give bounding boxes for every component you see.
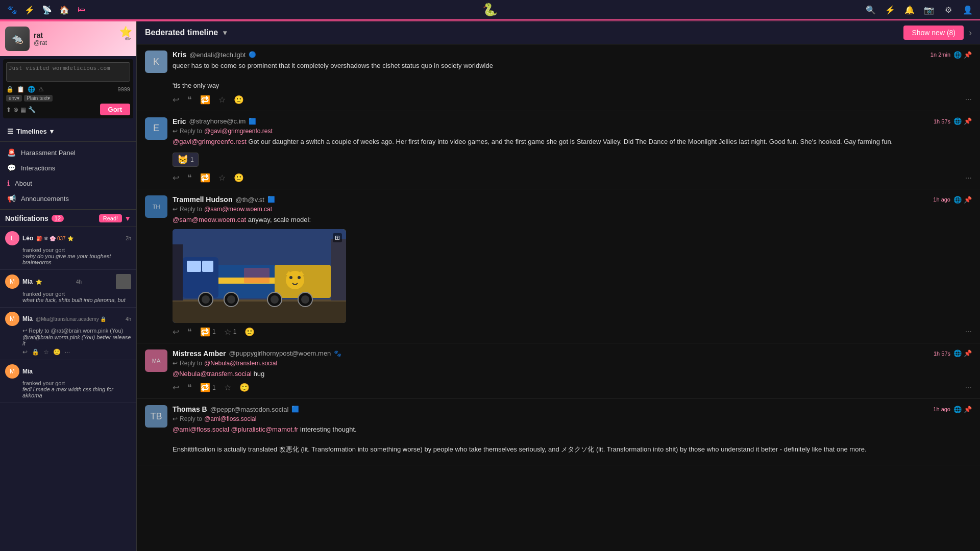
more-action[interactable]: ···: [965, 327, 972, 336]
post-avatar[interactable]: E: [145, 117, 167, 140]
cw-icon[interactable]: ⚠: [38, 86, 44, 93]
image-expand-icon[interactable]: ⊞: [333, 233, 342, 242]
more-small-icon[interactable]: ···: [65, 348, 70, 356]
notification-item[interactable]: M Mia @Mia@translunar.academy 🔒 4h ↩ Rep…: [0, 308, 136, 360]
post-avatar[interactable]: TB: [145, 405, 167, 428]
globe-post-icon[interactable]: 🌐: [953, 117, 962, 125]
star-action[interactable]: ☆: [218, 173, 226, 183]
read-button[interactable]: Read!: [99, 214, 122, 222]
pin-post-icon[interactable]: 📌: [964, 349, 972, 357]
reply-action[interactable]: ↩: [173, 327, 179, 337]
lock-small-icon[interactable]: 🔒: [32, 348, 39, 356]
copy-icon[interactable]: 📋: [17, 86, 24, 93]
more-action[interactable]: ···: [965, 173, 972, 183]
globe-post-icon[interactable]: 🌐: [953, 349, 962, 357]
sidebar-item-announcements[interactable]: 📢 Announcements: [0, 191, 136, 206]
more-action[interactable]: ···: [965, 383, 972, 392]
timelines-header[interactable]: ☰ Timelines ▾: [0, 124, 136, 138]
emoji-action[interactable]: 🙂: [239, 383, 250, 392]
post-avatar[interactable]: K: [145, 51, 167, 73]
house-icon[interactable]: 🏠: [58, 4, 70, 16]
profile-icon[interactable]: 👤: [962, 4, 974, 16]
timeline-title[interactable]: Bederated timeline ▾: [145, 28, 227, 37]
sidebar-item-interactions[interactable]: 💬 Interactions: [0, 160, 136, 176]
pin-post-icon[interactable]: 📌: [964, 117, 972, 125]
reply-to-link[interactable]: @ami@floss.social: [204, 415, 256, 422]
reply-action[interactable]: ↩: [173, 383, 179, 392]
avatar[interactable]: 🐀: [5, 27, 30, 51]
wrench-icon[interactable]: 🔧: [28, 106, 36, 113]
broadcast-icon[interactable]: 📡: [41, 4, 53, 16]
filter-icon[interactable]: ▼: [124, 214, 131, 222]
repost-action[interactable]: 🔁 1: [200, 327, 216, 337]
mention-link-2[interactable]: @pluralistic@mamot.fr: [231, 425, 299, 433]
notif-header: M Mia ⭐ 4h: [5, 274, 131, 289]
camera-icon[interactable]: 📷: [923, 4, 935, 16]
notification-item[interactable]: M Mia ⭐ 4h franked your gort what the fu…: [0, 270, 136, 308]
quote-action[interactable]: ❝: [187, 95, 192, 105]
format-dropdown[interactable]: Plain text▾: [24, 95, 53, 102]
notification-item[interactable]: L Léo 🎒 ❄ 🌸 037 ⭐ 2h franked your gort >…: [0, 227, 136, 270]
mention-link[interactable]: @sam@meow.woem.cat: [173, 216, 246, 223]
pin-post-icon[interactable]: 📌: [964, 51, 972, 59]
repost-action[interactable]: 🔁 1: [200, 383, 216, 392]
sidebar-item-harassment[interactable]: 🚨 Harassment Panel: [0, 145, 136, 160]
reply-action[interactable]: ↩: [173, 173, 179, 183]
notif-avatar: M: [5, 312, 19, 326]
timeline-dropdown-icon[interactable]: ▾: [223, 29, 227, 37]
flash-icon[interactable]: ⚡: [884, 4, 896, 16]
quote-action[interactable]: ❝: [187, 173, 192, 183]
emoji-action[interactable]: 🙂: [244, 327, 255, 337]
post-time-text: 1h 57s: [934, 118, 950, 124]
mention-link[interactable]: @gavi@grimgreenfo.rest: [173, 138, 247, 145]
timeline-arrow-icon[interactable]: ›: [969, 28, 972, 38]
show-new-button[interactable]: Show new (8): [903, 26, 964, 40]
emoji-action[interactable]: 🙂: [234, 95, 244, 105]
search-icon[interactable]: 🔍: [865, 4, 877, 16]
star-small-icon[interactable]: ☆: [43, 348, 49, 356]
emoji-action[interactable]: 🙂: [234, 173, 244, 183]
lock-icon[interactable]: 🔒: [6, 86, 14, 93]
settings-icon[interactable]: ⚙: [942, 4, 954, 16]
reply-to-link[interactable]: @Nebula@transfem.social: [204, 360, 277, 367]
quote-action[interactable]: ❝: [187, 327, 192, 337]
notifications-bell-icon[interactable]: 🔔: [903, 4, 916, 16]
sleep-icon[interactable]: 🛏: [76, 4, 88, 16]
more-action[interactable]: ···: [965, 95, 972, 104]
sidebar-item-about[interactable]: ℹ About: [0, 176, 136, 191]
lightning-icon[interactable]: ⚡: [23, 4, 36, 16]
reply-to-arrow-icon: ↩: [173, 415, 178, 422]
circle-x-icon[interactable]: ⊗: [13, 106, 18, 113]
star-action[interactable]: ☆: [218, 95, 226, 105]
globe-icon[interactable]: 🌐: [28, 86, 35, 93]
repost-action[interactable]: 🔁: [200, 173, 210, 183]
post-avatar[interactable]: TH: [145, 195, 167, 218]
reply-action[interactable]: ↩: [173, 95, 179, 105]
star-action[interactable]: ☆ 1: [224, 327, 237, 337]
home-icon[interactable]: 🐾: [6, 4, 18, 16]
star-action[interactable]: ☆: [224, 383, 231, 392]
quote-action[interactable]: ❝: [187, 383, 192, 392]
notif-icons: ⭐: [36, 279, 42, 285]
reply-to-link[interactable]: @sam@meow.woem.cat: [204, 206, 272, 213]
globe-post-icon[interactable]: 🌐: [953, 406, 962, 413]
post-avatar[interactable]: MA: [145, 349, 167, 372]
env-dropdown[interactable]: env▾: [6, 95, 22, 102]
pin-post-icon[interactable]: 📌: [964, 406, 972, 413]
globe-post-icon[interactable]: 🌐: [953, 196, 962, 204]
post-image[interactable]: ⊞: [173, 229, 346, 323]
gort-button[interactable]: Gort: [100, 104, 130, 115]
reply-icon[interactable]: ↩: [22, 348, 28, 356]
globe-post-icon[interactable]: 🌐: [953, 51, 962, 59]
mention-link[interactable]: @Nebula@transfem.social: [173, 370, 252, 378]
pin-post-icon[interactable]: 📌: [964, 196, 972, 204]
notification-item[interactable]: M Mia franked your gort fedi i made a ma…: [0, 360, 136, 403]
emoji-reaction[interactable]: 😸 1: [173, 153, 199, 167]
composer-textarea[interactable]: [6, 62, 130, 82]
reply-to-link[interactable]: @gavi@grimgreenfo.rest: [204, 128, 273, 135]
mention-link[interactable]: @ami@floss.social: [173, 425, 229, 433]
box-icon[interactable]: ▦: [20, 106, 26, 113]
upload-icon[interactable]: ⬆: [6, 106, 11, 113]
emoji-small-icon[interactable]: 🙂: [53, 348, 61, 356]
repost-action[interactable]: 🔁: [200, 95, 210, 105]
